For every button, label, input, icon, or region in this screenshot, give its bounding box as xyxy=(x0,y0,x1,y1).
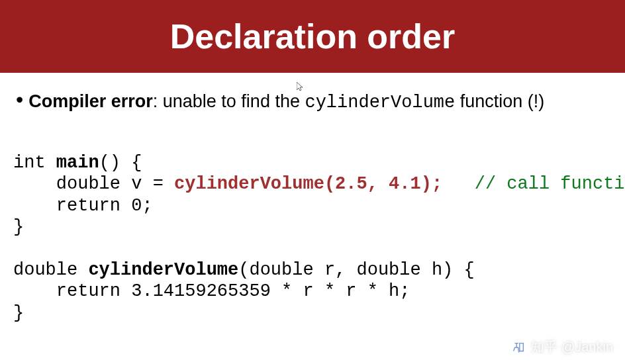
code-l2-spacer xyxy=(442,174,475,194)
bullet-rest-1: : unable to find the xyxy=(153,91,305,111)
watermark: 知乎 @Jankin xyxy=(511,338,613,356)
slide-title-bar: Declaration order xyxy=(0,0,625,73)
bullet-text: Compiler error: unable to find the cylin… xyxy=(28,91,544,113)
code-l2-call: cylinderVolume(2.5, 4.1); xyxy=(174,174,442,194)
bullet-marker-icon: • xyxy=(16,89,23,110)
code-l5-pre: double xyxy=(13,260,88,280)
mouse-cursor-icon xyxy=(297,60,303,69)
bullet-bold-label: Compiler error xyxy=(28,91,153,111)
code-l1-pre: int xyxy=(13,153,56,173)
bullet-item: • Compiler error: unable to find the cyl… xyxy=(12,91,613,113)
code-l3: return 0; xyxy=(13,196,153,216)
code-l4: } xyxy=(13,217,24,237)
slide-body: • Compiler error: unable to find the cyl… xyxy=(0,73,625,336)
code-l1-main: main xyxy=(56,153,99,173)
code-l2-pre: double v = xyxy=(13,174,174,194)
code-l1-post: () { xyxy=(99,153,142,173)
code-l6: return 3.14159265359 * r * r * h; xyxy=(13,281,410,301)
code-l5-post: (double r, double h) { xyxy=(238,260,474,280)
zhihu-logo-icon xyxy=(511,340,526,355)
watermark-text: 知乎 @Jankin xyxy=(531,338,613,356)
bullet-code-id: cylinderVolume xyxy=(305,93,455,113)
code-block: int main() { double v = cylinderVolume(2… xyxy=(12,152,613,324)
code-l2-comment: // call function xyxy=(475,174,625,194)
code-l5-fn: cylinderVolume xyxy=(88,260,238,280)
code-l7: } xyxy=(13,303,24,323)
bullet-rest-2: function (!) xyxy=(455,91,544,111)
slide-title: Declaration order xyxy=(170,17,456,56)
